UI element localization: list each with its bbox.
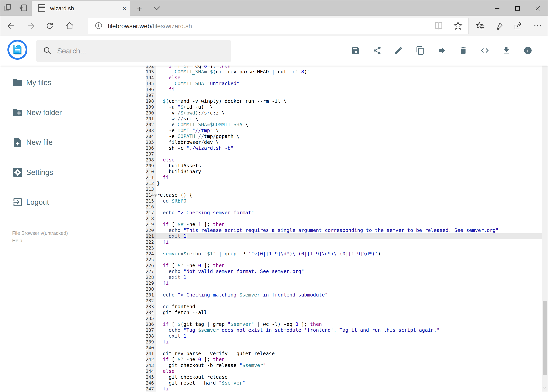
scroll-down-icon[interactable] [542,384,548,392]
address-bar[interactable]: filebrowser.web/files/wizard.sh [88,18,469,34]
code-line-193[interactable]: 193 COMMIT_SHA="$(git rev-parse HEAD | c… [146,69,542,75]
add-favorite-star-icon[interactable] [453,21,463,31]
line-number[interactable]: 203 [146,128,156,133]
line-number[interactable]: 221 [146,233,156,239]
line-number[interactable]: 201 [146,116,156,122]
scrollbar-thumb[interactable] [543,301,547,375]
line-number[interactable]: 218 [146,216,156,222]
code-line-205[interactable]: 205 filebrowser/dev \ [146,139,542,145]
line-number[interactable]: 225 [146,257,156,263]
code-line-246[interactable]: 246 git reset --hard "$semver" [146,380,542,386]
line-number[interactable]: 222 [146,239,156,245]
line-number[interactable]: 231 [146,292,156,298]
close-tab-icon[interactable]: ✕ [118,5,130,12]
line-number[interactable]: 246 [146,380,156,386]
code-line-244[interactable]: 244 else [146,368,542,374]
show-tab-previews-icon[interactable] [152,5,161,13]
code-line-222[interactable]: 222 fi [146,239,542,245]
line-number[interactable]: 234 [146,310,156,315]
code-line-210[interactable]: 210 buildBinary [146,169,542,175]
line-number[interactable]: 219 [146,222,156,227]
code-line-245[interactable]: 245 git checkout release [146,374,542,380]
code-line-214[interactable]: 214release () { [146,192,542,198]
code-line-202[interactable]: 202 -e COMMIT_SHA=$COMMIT_SHA \ [146,122,542,128]
code-line-200[interactable]: 200 -v /$(pwd):/src:z \ [146,110,542,116]
line-number[interactable]: 228 [146,274,156,280]
line-number[interactable]: 209 [146,163,156,169]
line-number[interactable]: 193 [146,69,156,75]
minimize-button[interactable] [487,1,507,16]
line-number[interactable]: 210 [146,169,156,175]
code-line-220[interactable]: 220 echo "This release script requires a… [146,227,542,233]
code-line-207[interactable]: 207 [146,151,542,157]
line-number[interactable]: 245 [146,374,156,380]
code-line-227[interactable]: 227 echo "Not valid semver format. See s… [146,268,542,274]
line-number[interactable]: 239 [146,339,156,345]
line-number[interactable]: 213 [146,186,156,192]
web-notes-pen-icon[interactable] [492,19,506,33]
code-line-223[interactable]: 223 [146,245,542,251]
code-line-198[interactable]: 198 $(command -v winpty) docker run --rm… [146,98,542,104]
line-number[interactable]: 211 [146,175,156,181]
forward-icon[interactable] [24,19,38,33]
code-line-203[interactable]: 203 -e HOME="//tmp" \ [146,128,542,133]
line-number[interactable]: 220 [146,227,156,233]
code-line-229[interactable]: 229 fi [146,280,542,286]
code-line-213[interactable]: 213 [146,186,542,192]
code-line-194[interactable]: 194 else [146,75,542,81]
line-number[interactable]: 206 [146,145,156,151]
close-window-button[interactable] [528,1,548,16]
line-number[interactable]: 241 [146,351,156,357]
code-line-204[interactable]: 204 -e GOPATH=//tmp/gopath \ [146,133,542,139]
hub-favorites-icon[interactable] [473,19,487,33]
line-number[interactable]: 230 [146,286,156,292]
line-number[interactable]: 232 [146,298,156,304]
move-button[interactable] [437,46,446,55]
sidebar-item-new-file[interactable]: New file [0,133,146,152]
line-number[interactable]: 196 [146,86,156,92]
copy-button[interactable] [416,46,425,55]
line-number[interactable]: 224 [146,251,156,257]
code-line-237[interactable]: 237 echo "Tag $semver does not exist in … [146,327,542,333]
share-page-icon[interactable] [511,19,525,33]
code-line-212[interactable]: 212} [146,181,542,186]
line-number[interactable]: 240 [146,345,156,351]
help-link[interactable]: Help [12,238,22,244]
code-line-231[interactable]: 231 echo "> Checking matching $semver in… [146,292,542,298]
line-number[interactable]: 198 [146,98,156,104]
save-button[interactable] [351,46,360,55]
site-info-icon[interactable] [95,21,103,30]
code-line-243[interactable]: 243 git checkout -b release "$semver" [146,363,542,368]
code-line-225[interactable]: 225 [146,257,542,263]
vertical-scrollbar[interactable] [542,37,548,392]
sidebar-item-my-files[interactable]: My files [0,73,146,92]
line-number[interactable]: 216 [146,204,156,210]
code-line-219[interactable]: 219 if [ $# -ne 1 ]; then [146,222,542,227]
line-number[interactable]: 215 [146,198,156,204]
line-number[interactable]: 200 [146,110,156,116]
code-line-242[interactable]: 242 if [ $? -ne 0 ]; then [146,357,542,363]
code-line-196[interactable]: 196 fi [146,86,542,92]
line-number[interactable]: 208 [146,157,156,163]
sidebar-item-logout[interactable]: Logout [0,192,146,212]
line-number[interactable]: 197 [146,92,156,98]
line-number[interactable]: 204 [146,133,156,139]
line-number[interactable]: 233 [146,304,156,310]
code-line-247[interactable]: 247 fi [146,386,542,392]
code-line-224[interactable]: 224 semver=$(echo "$1" | grep -P '^v(0|[… [146,251,542,257]
tab-preview-panel-icon[interactable] [19,3,28,13]
code-line-240[interactable]: 240 [146,345,542,351]
share-button[interactable] [373,46,382,55]
code-editor[interactable]: 192 if [ $? -eq 0 ]; then193 COMMIT_SHA=… [146,66,542,392]
line-number[interactable]: 217 [146,210,156,216]
home-icon[interactable] [62,19,77,33]
more-options-icon[interactable] [531,19,545,33]
code-line-195[interactable]: 195 COMMIT_SHA="untracked" [146,81,542,86]
code-line-211[interactable]: 211 fi [146,175,542,181]
code-line-241[interactable]: 241 git rev-parse --verify --quiet relea… [146,351,542,357]
tabs-set-aside-icon[interactable] [3,3,12,13]
line-number[interactable]: 237 [146,327,156,333]
code-line-217[interactable]: 217 echo "> Checking semver format" [146,210,542,216]
search-input[interactable]: Search... [36,40,231,62]
line-number[interactable]: 247 [146,386,156,392]
